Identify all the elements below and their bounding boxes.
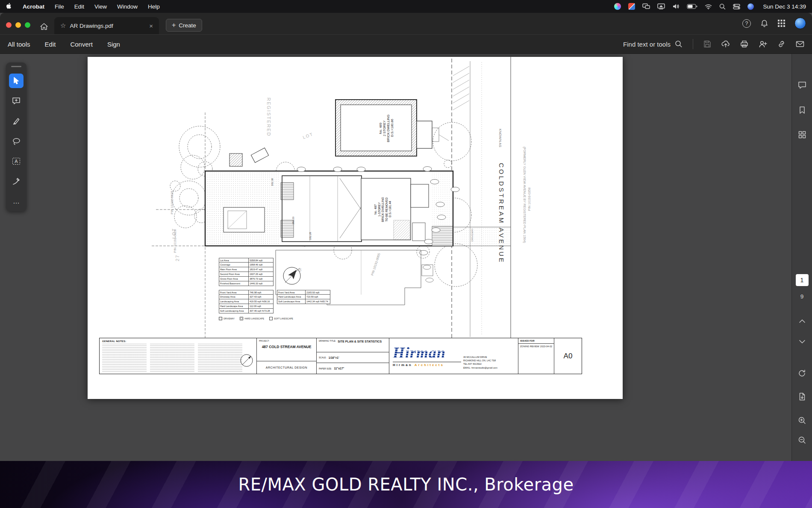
firm-name-part2: Architects — [415, 363, 444, 367]
control-center-icon[interactable] — [733, 4, 740, 9]
menu-view[interactable]: View — [94, 3, 107, 10]
help-icon[interactable]: ? — [742, 19, 751, 28]
issued-for-section: ISSUED FOR ZONING REVIEW 2023-04-02 — [518, 338, 554, 374]
legend-swatch-hatch — [240, 317, 243, 320]
stat-value: 723.59 sqft — [306, 295, 330, 299]
email-icon[interactable] — [796, 41, 804, 47]
next-page-chevron-icon[interactable] — [799, 340, 806, 344]
menubar-clock[interactable]: Sun Dec 3 14:39 — [763, 3, 806, 10]
apple-icon[interactable] — [6, 3, 12, 10]
project-section: PROJECT: 487 COLD STREAM AVENUE ARCHITEC… — [257, 338, 317, 374]
stat-value: 307.46 sqft %73.28 — [249, 309, 273, 313]
convert-menu[interactable]: Convert — [70, 41, 93, 48]
stat-value: 746.98 sqft — [249, 290, 273, 294]
upload-cloud-icon[interactable] — [721, 40, 730, 48]
current-page-input[interactable]: 1 — [796, 274, 809, 286]
bldg487-line1: No. 487 — [374, 204, 377, 215]
comments-panel-icon[interactable] — [798, 81, 806, 89]
legend-label: SOFT LANDSCAPE — [274, 317, 293, 320]
drawing-title-label: DRAWING TITLE: — [319, 340, 336, 342]
create-button[interactable]: + Create — [166, 19, 202, 32]
pdf-page[interactable]: REGISTERED PLAN LOT 17 18 LOT 27 PIN 101… — [88, 57, 623, 399]
battery-icon[interactable] — [687, 4, 697, 9]
app-grid-icon[interactable] — [778, 20, 785, 27]
palette-drag-handle[interactable] — [11, 66, 21, 67]
tab-title: AR Drawings.pdf — [70, 23, 113, 29]
notes-text-texture — [150, 344, 194, 372]
legend-item: HARD LANDSCAPE — [240, 317, 264, 320]
color-app-icon[interactable] — [628, 3, 635, 10]
address-line: 46 MCCALLUM DRIVE — [463, 355, 515, 359]
bldg489-line4: D.S.=180.86 — [390, 119, 394, 137]
bldg489-line3: BRICK DWELLING — [386, 115, 390, 142]
volume-icon[interactable] — [672, 3, 680, 9]
highlight-tool[interactable] — [9, 114, 24, 128]
select-tool[interactable] — [9, 74, 24, 88]
extract-pages-icon[interactable] — [798, 393, 806, 401]
sign-menu[interactable]: Sign — [107, 41, 120, 48]
zoom-window-button[interactable] — [25, 22, 30, 28]
fill-sign-tool[interactable] — [9, 174, 24, 189]
table-row: Landscaping Area419.55 sqft %56.16 — [219, 299, 274, 304]
table-row: Hard Landscape Area723.59 sqft — [277, 295, 330, 299]
plan-elev-1: 182.30 — [271, 178, 274, 186]
legend-label: DRIVEWAY — [224, 317, 235, 320]
active-app-name[interactable]: Acrobat — [23, 3, 44, 10]
zoom-out-icon[interactable] — [798, 436, 806, 444]
menu-file[interactable]: File — [55, 3, 64, 10]
site-stats-table-2: Front Yard Area746.98 sqft Driveway Area… — [219, 290, 274, 313]
pdf-canvas[interactable]: REGISTERED PLAN LOT 17 18 LOT 27 PIN 101… — [0, 54, 791, 461]
spotlight-icon[interactable] — [719, 3, 726, 10]
more-tools-button[interactable]: … — [9, 194, 24, 209]
scale-value: 1/16"=1' — [329, 356, 339, 359]
share-person-icon[interactable] — [759, 40, 767, 48]
menu-help[interactable]: Help — [148, 3, 160, 10]
menu-edit[interactable]: Edit — [74, 3, 84, 10]
lasso-tool[interactable] — [9, 134, 24, 148]
total-pages-label: 9 — [800, 293, 804, 300]
siri-icon[interactable] — [614, 3, 621, 10]
stat-value: 3876.73 sqft — [249, 277, 273, 281]
plan-street-name: COLDSTREAM AVENUE — [498, 163, 505, 264]
home-icon[interactable] — [40, 23, 48, 30]
find-text-control[interactable]: Find text or tools — [623, 40, 683, 48]
favorite-star-icon[interactable]: ☆ — [60, 22, 66, 30]
screen-mirroring-icon[interactable] — [657, 3, 665, 9]
acrobat-toolbar: All tools Edit Convert Sign Find text or… — [0, 34, 812, 54]
stat-label: Coverage — [219, 263, 249, 267]
zoom-in-icon[interactable] — [798, 416, 806, 425]
bookmarks-panel-icon[interactable] — [799, 106, 806, 114]
general-notes-heading: GENERAL NOTES: — [102, 340, 254, 343]
link-icon[interactable] — [777, 40, 786, 48]
table-row: Gross Floor Area3876.73 sqft — [219, 277, 274, 281]
table-row: Second Floor Area1937.26 sqft — [219, 272, 274, 277]
previous-page-chevron-icon[interactable] — [799, 319, 806, 323]
page-thumbnails-icon[interactable] — [798, 131, 806, 139]
displays-icon[interactable] — [642, 3, 650, 9]
issued-date: 2023-04-02 — [540, 345, 552, 348]
plan-pin-0005: PIN 10192-0005 — [370, 253, 381, 276]
document-tab[interactable]: ☆ AR Drawings.pdf × — [54, 17, 159, 34]
account-avatar[interactable] — [794, 18, 806, 29]
print-icon[interactable] — [740, 40, 748, 48]
bldg487-line4: TO BE REMOVED — [385, 198, 388, 222]
create-button-label: Create — [179, 22, 196, 29]
menu-window[interactable]: Window — [117, 3, 138, 10]
close-tab-icon[interactable]: × — [149, 22, 153, 30]
save-icon[interactable] — [703, 40, 711, 48]
edit-menu[interactable]: Edit — [45, 41, 56, 48]
all-tools-menu[interactable]: All tools — [8, 41, 30, 48]
table-row: Soft Landscaping Area307.46 sqft %73.28 — [219, 309, 274, 313]
stat-value: 1819.47 sqft — [249, 267, 273, 272]
notifications-bell-icon[interactable] — [760, 19, 768, 28]
user-app-icon[interactable] — [747, 3, 754, 10]
close-window-button[interactable] — [6, 22, 12, 28]
search-icon[interactable] — [675, 40, 683, 48]
stat-label: Driveway Area — [219, 295, 249, 299]
add-comment-tool[interactable] — [9, 94, 24, 108]
wifi-icon[interactable] — [705, 4, 712, 9]
minimize-window-button[interactable] — [15, 22, 21, 28]
rotate-page-icon[interactable] — [798, 369, 806, 377]
site-stats-table-1: Lot Area5358.84 sqft Coverage1958.46 sqf… — [219, 258, 274, 286]
add-text-box-tool[interactable]: A — [9, 154, 24, 168]
